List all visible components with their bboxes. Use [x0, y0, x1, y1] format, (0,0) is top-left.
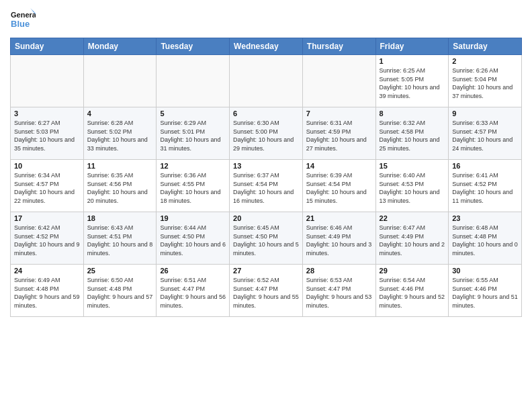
calendar-day-cell: 18Sunrise: 6:43 AM Sunset: 4:51 PM Dayli…	[83, 212, 157, 265]
day-number: 25	[87, 267, 153, 275]
calendar-day-cell: 30Sunrise: 6:55 AM Sunset: 4:46 PM Dayli…	[449, 265, 522, 317]
day-info: Sunrise: 6:30 AM Sunset: 5:00 PM Dayligh…	[233, 119, 299, 152]
calendar-day-cell: 22Sunrise: 6:47 AM Sunset: 4:49 PM Dayli…	[375, 212, 449, 265]
calendar-day-cell: 4Sunrise: 6:28 AM Sunset: 5:02 PM Daylig…	[83, 107, 157, 160]
page: General Blue SundayMondayTuesdayWednesda…	[0, 0, 532, 411]
calendar-day-cell: 11Sunrise: 6:35 AM Sunset: 4:56 PM Dayli…	[83, 160, 157, 212]
day-info: Sunrise: 6:45 AM Sunset: 4:50 PM Dayligh…	[233, 224, 299, 257]
day-info: Sunrise: 6:43 AM Sunset: 4:51 PM Dayligh…	[87, 224, 153, 257]
day-info: Sunrise: 6:41 AM Sunset: 4:52 PM Dayligh…	[452, 171, 518, 205]
day-number: 1	[380, 57, 445, 65]
day-number: 3	[14, 109, 80, 118]
calendar-day-cell: 13Sunrise: 6:37 AM Sunset: 4:54 PM Dayli…	[230, 160, 303, 212]
calendar-header-row: SundayMondayTuesdayWednesdayThursdayFrid…	[11, 38, 522, 55]
day-info: Sunrise: 6:35 AM Sunset: 4:56 PM Dayligh…	[87, 171, 153, 205]
day-info: Sunrise: 6:29 AM Sunset: 5:01 PM Dayligh…	[160, 119, 226, 152]
day-number: 7	[306, 109, 372, 118]
day-number: 13	[233, 162, 299, 170]
calendar-day-cell: 21Sunrise: 6:46 AM Sunset: 4:49 PM Dayli…	[302, 212, 375, 265]
calendar-day-cell: 24Sunrise: 6:49 AM Sunset: 4:48 PM Dayli…	[11, 265, 84, 317]
day-number: 21	[306, 214, 372, 222]
calendar-day-cell: 8Sunrise: 6:32 AM Sunset: 4:58 PM Daylig…	[375, 107, 449, 160]
header: General Blue	[10, 7, 522, 32]
day-number: 17	[14, 214, 80, 222]
day-info: Sunrise: 6:50 AM Sunset: 4:48 PM Dayligh…	[87, 276, 153, 310]
day-info: Sunrise: 6:32 AM Sunset: 4:58 PM Dayligh…	[380, 119, 445, 152]
day-number: 22	[380, 214, 445, 222]
weekday-header: Saturday	[449, 38, 522, 55]
day-info: Sunrise: 6:51 AM Sunset: 4:47 PM Dayligh…	[160, 276, 226, 310]
day-info: Sunrise: 6:26 AM Sunset: 5:04 PM Dayligh…	[452, 66, 518, 100]
calendar-day-cell: 14Sunrise: 6:39 AM Sunset: 4:54 PM Dayli…	[302, 160, 375, 212]
day-info: Sunrise: 6:53 AM Sunset: 4:47 PM Dayligh…	[306, 276, 372, 310]
calendar-day-cell: 10Sunrise: 6:34 AM Sunset: 4:57 PM Dayli…	[11, 160, 84, 212]
calendar-day-cell: 7Sunrise: 6:31 AM Sunset: 4:59 PM Daylig…	[302, 107, 375, 160]
day-number: 24	[14, 267, 80, 275]
day-info: Sunrise: 6:37 AM Sunset: 4:54 PM Dayligh…	[233, 171, 299, 205]
day-info: Sunrise: 6:27 AM Sunset: 5:03 PM Dayligh…	[14, 119, 80, 152]
day-info: Sunrise: 6:33 AM Sunset: 4:57 PM Dayligh…	[452, 119, 518, 152]
calendar-day-cell: 2Sunrise: 6:26 AM Sunset: 5:04 PM Daylig…	[449, 55, 522, 107]
day-number: 18	[87, 214, 153, 222]
day-number: 20	[233, 214, 299, 222]
day-number: 8	[380, 109, 445, 118]
calendar-day-cell: 27Sunrise: 6:52 AM Sunset: 4:47 PM Dayli…	[230, 265, 303, 317]
day-info: Sunrise: 6:49 AM Sunset: 4:48 PM Dayligh…	[14, 276, 80, 310]
day-number: 2	[452, 57, 518, 65]
day-info: Sunrise: 6:42 AM Sunset: 4:52 PM Dayligh…	[14, 224, 80, 257]
calendar-day-cell: 1Sunrise: 6:25 AM Sunset: 5:05 PM Daylig…	[375, 55, 449, 107]
calendar-day-cell: 29Sunrise: 6:54 AM Sunset: 4:46 PM Dayli…	[375, 265, 449, 317]
day-number: 4	[87, 109, 153, 118]
day-number: 26	[160, 267, 226, 275]
calendar-week-row: 24Sunrise: 6:49 AM Sunset: 4:48 PM Dayli…	[11, 265, 522, 317]
day-number: 19	[160, 214, 226, 222]
day-info: Sunrise: 6:31 AM Sunset: 4:59 PM Dayligh…	[306, 119, 372, 152]
day-number: 23	[452, 214, 518, 222]
day-number: 14	[306, 162, 372, 170]
weekday-header: Wednesday	[230, 38, 303, 55]
day-number: 30	[452, 267, 518, 275]
calendar-day-cell: 17Sunrise: 6:42 AM Sunset: 4:52 PM Dayli…	[11, 212, 84, 265]
calendar-week-row: 10Sunrise: 6:34 AM Sunset: 4:57 PM Dayli…	[11, 160, 522, 212]
calendar-day-cell: 25Sunrise: 6:50 AM Sunset: 4:48 PM Dayli…	[83, 265, 157, 317]
day-info: Sunrise: 6:34 AM Sunset: 4:57 PM Dayligh…	[14, 171, 80, 205]
day-number: 29	[380, 267, 445, 275]
day-number: 10	[14, 162, 80, 170]
day-number: 16	[452, 162, 518, 170]
logo: General Blue	[10, 7, 36, 32]
day-info: Sunrise: 6:52 AM Sunset: 4:47 PM Dayligh…	[233, 276, 299, 310]
calendar-week-row: 3Sunrise: 6:27 AM Sunset: 5:03 PM Daylig…	[11, 107, 522, 160]
day-info: Sunrise: 6:55 AM Sunset: 4:46 PM Dayligh…	[452, 276, 518, 310]
calendar-day-cell: 9Sunrise: 6:33 AM Sunset: 4:57 PM Daylig…	[449, 107, 522, 160]
weekday-header: Thursday	[302, 38, 375, 55]
day-info: Sunrise: 6:40 AM Sunset: 4:53 PM Dayligh…	[380, 171, 445, 205]
calendar-day-cell: 6Sunrise: 6:30 AM Sunset: 5:00 PM Daylig…	[230, 107, 303, 160]
day-number: 15	[380, 162, 445, 170]
calendar-day-cell: 3Sunrise: 6:27 AM Sunset: 5:03 PM Daylig…	[11, 107, 84, 160]
day-number: 9	[452, 109, 518, 118]
calendar-table: SundayMondayTuesdayWednesdayThursdayFrid…	[10, 38, 522, 317]
weekday-header: Friday	[375, 38, 449, 55]
day-info: Sunrise: 6:25 AM Sunset: 5:05 PM Dayligh…	[380, 66, 445, 100]
svg-text:General: General	[11, 11, 36, 19]
day-info: Sunrise: 6:54 AM Sunset: 4:46 PM Dayligh…	[380, 276, 445, 310]
calendar-day-cell: 15Sunrise: 6:40 AM Sunset: 4:53 PM Dayli…	[375, 160, 449, 212]
weekday-header: Monday	[83, 38, 157, 55]
calendar-day-cell: 5Sunrise: 6:29 AM Sunset: 5:01 PM Daylig…	[157, 107, 230, 160]
calendar-week-row: 1Sunrise: 6:25 AM Sunset: 5:05 PM Daylig…	[11, 55, 522, 107]
calendar-day-cell: 19Sunrise: 6:44 AM Sunset: 4:50 PM Dayli…	[157, 212, 230, 265]
day-number: 6	[233, 109, 299, 118]
logo-svg: General Blue	[10, 7, 36, 32]
day-info: Sunrise: 6:47 AM Sunset: 4:49 PM Dayligh…	[380, 224, 445, 257]
calendar-day-cell: 28Sunrise: 6:53 AM Sunset: 4:47 PM Dayli…	[302, 265, 375, 317]
day-info: Sunrise: 6:39 AM Sunset: 4:54 PM Dayligh…	[306, 171, 372, 205]
calendar-day-cell: 26Sunrise: 6:51 AM Sunset: 4:47 PM Dayli…	[157, 265, 230, 317]
calendar-day-cell: 23Sunrise: 6:48 AM Sunset: 4:48 PM Dayli…	[449, 212, 522, 265]
weekday-header: Sunday	[11, 38, 84, 55]
day-number: 5	[160, 109, 226, 118]
calendar-day-cell: 16Sunrise: 6:41 AM Sunset: 4:52 PM Dayli…	[449, 160, 522, 212]
day-info: Sunrise: 6:28 AM Sunset: 5:02 PM Dayligh…	[87, 119, 153, 152]
svg-text:Blue: Blue	[11, 19, 30, 29]
day-number: 12	[160, 162, 226, 170]
day-number: 27	[233, 267, 299, 275]
